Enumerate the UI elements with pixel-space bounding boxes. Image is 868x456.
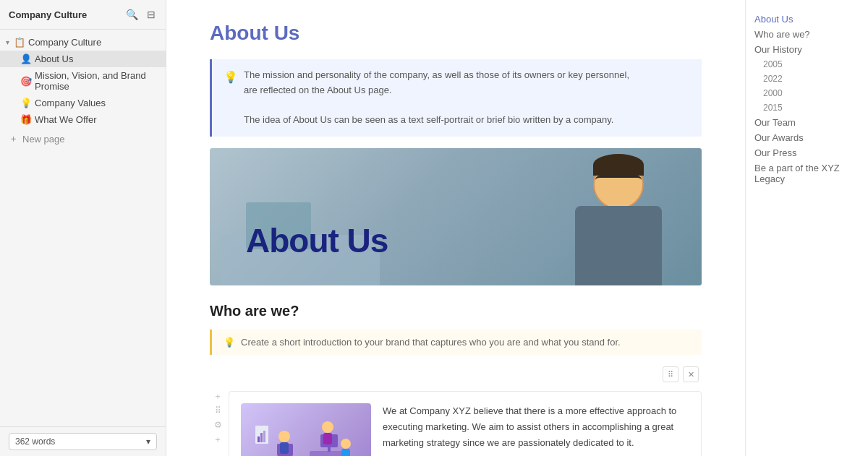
sidebar-item-label: About Us: [35, 53, 73, 64]
outline-item-2000[interactable]: 2000: [754, 86, 859, 100]
sidebar-tree: ▾ 📋 Company Culture 👤 About Us 🎯 Mission…: [0, 30, 166, 426]
sidebar-item-label: Company Values: [35, 98, 106, 108]
who-callout-text: Create a short introduction to your bran…: [241, 337, 621, 348]
sidebar-item-mission[interactable]: 🎯 Mission, Vision, and Brand Promise: [0, 67, 166, 95]
outline-item-our-press[interactable]: Our Press: [754, 145, 859, 160]
outline-item-2005[interactable]: 2005: [754, 57, 859, 72]
outline-item-xyz-legacy[interactable]: Be a part of the XYZ Legacy: [754, 160, 859, 186]
word-count-text: 362 words: [15, 436, 55, 447]
outline-item-2015[interactable]: 2015: [754, 100, 859, 115]
lightbulb-icon: 💡: [224, 68, 238, 128]
callout-line1: The mission and personality of the compa…: [244, 68, 690, 83]
intro-callout: 💡 The mission and personality of the com…: [210, 59, 702, 137]
search-button[interactable]: 🔍: [124, 7, 140, 22]
svg-rect-20: [263, 431, 265, 442]
svg-point-15: [341, 439, 351, 449]
svg-rect-10: [328, 447, 331, 452]
callout-line2: are reflected on the About Us page.: [244, 83, 690, 98]
root-label: Company Culture: [28, 37, 101, 48]
block-controls-row: ⠿ ✕: [210, 366, 702, 382]
outline-item-our-team[interactable]: Our Team: [754, 115, 859, 130]
chevron-down-icon: ▾: [146, 436, 150, 447]
sidebar-item-about-us[interactable]: 👤 About Us: [0, 51, 166, 67]
svg-rect-18: [258, 436, 260, 442]
plus-icon: ＋: [9, 132, 18, 145]
two-col-block: We at Company XYZ believe that there is …: [229, 391, 702, 456]
callout-line3: The idea of About Us can be seen as a te…: [244, 113, 690, 128]
outline-item-2022[interactable]: 2022: [754, 72, 859, 86]
outline-panel: About Us Who are we? Our History 2005 20…: [745, 0, 868, 456]
page-title: About Us: [210, 22, 702, 45]
add-block-button[interactable]: ＋: [211, 390, 224, 403]
sidebar-title: Company Culture: [9, 9, 87, 20]
who-callout: 💡 Create a short introduction to your br…: [210, 330, 702, 355]
outline-item-our-history[interactable]: Our History: [754, 42, 859, 57]
delete-block-button[interactable]: ✕: [683, 366, 699, 382]
page-icon: 🎁: [20, 114, 32, 125]
svg-rect-16: [341, 449, 350, 456]
two-col-wrapper: ＋ ⠿ ⚙ ＋: [210, 385, 702, 456]
page-icon: 🎯: [20, 76, 32, 87]
word-count-bar[interactable]: 362 words ▾: [9, 433, 157, 450]
drag-handle-button[interactable]: ⠿: [663, 366, 678, 382]
left-block-controls: ＋ ⠿ ⚙ ＋: [210, 385, 226, 446]
sidebar: Company Culture 🔍 ⊟ ▾ 📋 Company Culture …: [0, 0, 166, 456]
lightbulb-icon-2: 💡: [224, 337, 235, 348]
sidebar-icon-group: 🔍 ⊟: [124, 7, 157, 22]
outline-item-our-awards[interactable]: Our Awards: [754, 130, 859, 145]
sidebar-item-what-we-offer[interactable]: 🎁 What We Offer: [0, 111, 166, 128]
hero-image: About Us: [210, 148, 702, 285]
sidebar-header: Company Culture 🔍 ⊟: [0, 0, 166, 30]
sidebar-item-label: What We Offer: [35, 114, 97, 125]
svg-rect-12: [280, 442, 289, 454]
new-page-button[interactable]: ＋ New page: [0, 128, 166, 150]
col-text-para1: We at Company XYZ believe that there is …: [383, 403, 689, 451]
main-content: About Us 💡 The mission and personality o…: [166, 0, 745, 456]
team-illustration: [241, 403, 371, 456]
sidebar-root-item[interactable]: ▾ 📋 Company Culture: [0, 34, 166, 51]
svg-point-11: [278, 431, 290, 442]
drag-block-button[interactable]: ⠿: [211, 404, 224, 417]
sidebar-item-values[interactable]: 💡 Company Values: [0, 95, 166, 111]
new-page-label: New page: [22, 134, 65, 145]
hero-overlay-text: About Us: [246, 221, 388, 260]
svg-point-13: [322, 421, 333, 433]
outline-item-who-are-we[interactable]: Who are we?: [754, 27, 859, 42]
page-icon: 💡: [20, 98, 32, 108]
callout-text-block: The mission and personality of the compa…: [244, 68, 690, 128]
svg-rect-19: [260, 433, 263, 442]
who-are-we-heading: Who are we?: [210, 303, 702, 319]
svg-rect-14: [323, 433, 332, 444]
root-icon: 📋: [14, 37, 25, 48]
add-col-button[interactable]: ＋: [211, 433, 224, 446]
outline-item-about-us[interactable]: About Us: [754, 12, 859, 27]
col-text-content: We at Company XYZ believe that there is …: [383, 403, 689, 456]
settings-block-button[interactable]: ⚙: [211, 418, 224, 431]
collapse-button[interactable]: ⊟: [145, 7, 157, 22]
page-icon: 👤: [20, 53, 32, 64]
sidebar-item-label: Mission, Vision, and Brand Promise: [35, 70, 160, 92]
sidebar-footer: 362 words ▾: [0, 426, 166, 456]
chevron-icon: ▾: [6, 38, 9, 46]
